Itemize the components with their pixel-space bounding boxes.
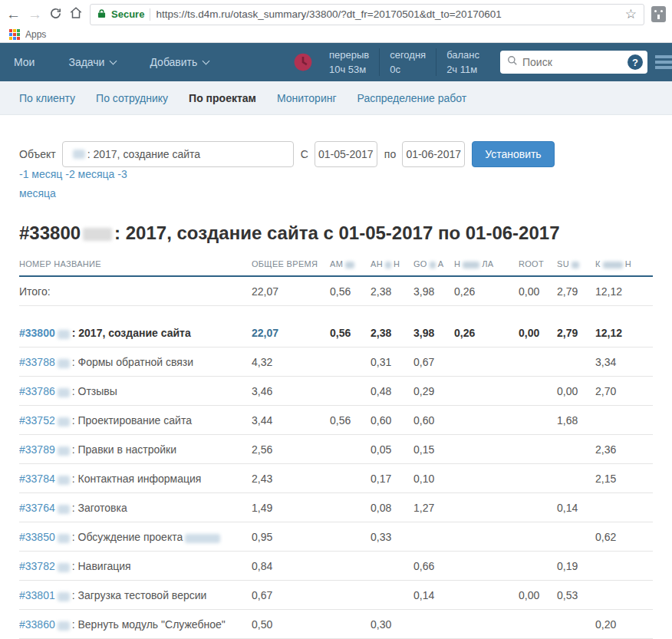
value-cell: 2,56: [252, 435, 330, 464]
value-cell: 0,14: [413, 581, 454, 610]
value-cell: 0,14: [557, 493, 595, 522]
column-header: НЛА: [454, 259, 519, 276]
censored-text: [385, 262, 391, 268]
quick-range-links-wrap[interactable]: месяца: [19, 187, 653, 199]
task-link[interactable]: #33764: [19, 502, 55, 514]
tab-monitoring[interactable]: Мониторинг: [277, 92, 337, 104]
value-cell: [454, 377, 519, 406]
value-cell: [519, 347, 557, 377]
task-link[interactable]: #33782: [19, 560, 55, 572]
break-clock-icon[interactable]: [293, 52, 313, 72]
value-cell: 3,34: [595, 347, 653, 377]
nav-item-zadachi[interactable]: Задачи: [54, 56, 136, 68]
total-row: Итого:22,070,562,383,980,260,002,7912,12: [19, 276, 653, 306]
value-cell: [330, 464, 371, 493]
search-box[interactable]: ?: [500, 51, 647, 74]
tab-po-proektam[interactable]: По проектам: [189, 92, 256, 104]
tab-po-sotrudniku[interactable]: По сотруднику: [96, 92, 168, 104]
extension-icon[interactable]: [651, 6, 666, 22]
value-cell: [454, 552, 519, 581]
task-title: : Загрузка тестовой версии: [72, 589, 207, 601]
tab-po-klientu[interactable]: По клиенту: [19, 92, 75, 104]
nav-item-label: Задачи: [68, 56, 104, 68]
page-title: #33800: 2017, создание сайта с 01-05-201…: [19, 222, 653, 244]
value-cell: 1,68: [557, 406, 595, 435]
bookmark-star-icon[interactable]: ☆: [625, 6, 637, 22]
tab-raspredelenie-rabot[interactable]: Распределение работ: [357, 92, 467, 104]
task-name-cell: #33752: Проектирование сайта: [19, 406, 252, 435]
task-title: : 2017, создание сайта: [72, 327, 191, 339]
censored-text: [58, 476, 70, 485]
stat-value: 0с: [390, 63, 426, 77]
censored-text: [58, 330, 70, 339]
object-input[interactable]: : 2017, создание сайта: [62, 141, 294, 167]
value-cell: 2,38: [371, 306, 413, 347]
task-link[interactable]: #33860: [19, 618, 55, 631]
task-link[interactable]: #33789: [19, 443, 55, 456]
value-cell: [330, 581, 371, 610]
task-name-cell: #33800: 2017, создание сайта: [19, 306, 252, 347]
task-link[interactable]: #33850: [19, 531, 55, 543]
value-cell: 2,79: [557, 306, 595, 347]
value-cell: [330, 377, 371, 406]
task-link[interactable]: #33786: [19, 385, 55, 397]
task-link[interactable]: #33800: [19, 327, 55, 339]
help-icon[interactable]: ?: [628, 54, 643, 70]
home-icon[interactable]: [69, 6, 83, 22]
task-row: #33801: Загрузка тестовой версии0,670,14…: [19, 581, 653, 610]
report-tabs: По клиенту По сотруднику По проектам Мон…: [0, 81, 672, 115]
task-name-cell: Итого:: [19, 276, 252, 306]
censored-text: [430, 262, 436, 268]
search-input[interactable]: [522, 56, 623, 68]
task-link[interactable]: #33801: [19, 589, 55, 601]
browser-chrome: ← → Secure https://ts.d4m.ru/otask_summa…: [0, 0, 672, 43]
task-link[interactable]: #33788: [19, 356, 55, 368]
apps-grid-icon[interactable]: [9, 29, 20, 40]
stat-value: 2ч 11м: [446, 63, 479, 77]
content: Объект: 2017, создание сайтаСпоУстановит…: [0, 141, 672, 639]
object-label: Объект: [19, 148, 56, 160]
apps-bookmark[interactable]: Apps: [25, 29, 46, 40]
value-cell: [330, 522, 371, 552]
task-link[interactable]: #33784: [19, 473, 55, 485]
task-row: #33752: Проектирование сайта3,440,560,60…: [19, 406, 653, 435]
task-row: #33788: Формы обратной связи4,320,310,67…: [19, 347, 653, 377]
forward-icon[interactable]: →: [28, 7, 42, 21]
value-cell: [454, 610, 519, 639]
value-cell: [371, 552, 413, 581]
value-cell: 0,84: [252, 552, 330, 581]
chevron-down-icon: [203, 57, 210, 64]
censored-text: [58, 592, 70, 601]
task-link[interactable]: #33752: [19, 414, 55, 427]
task-name-cell: #33860: Вернуть модуль "Служебное": [19, 610, 252, 639]
set-button[interactable]: Установить: [472, 141, 554, 167]
censored-text: [58, 621, 70, 631]
value-cell: 0,33: [371, 522, 413, 552]
stat-balance: баланс 2ч 11м: [436, 48, 489, 76]
secure-label: Secure: [111, 8, 144, 20]
value-cell: [519, 552, 557, 581]
value-cell: [454, 435, 519, 464]
quick-range-links[interactable]: -1 месяц -2 месяца -3: [19, 168, 127, 180]
value-cell: 2,70: [595, 377, 653, 406]
date-from-input[interactable]: [315, 141, 377, 167]
menu-icon[interactable]: [655, 53, 672, 71]
column-header: GOА: [413, 259, 454, 276]
back-icon[interactable]: ←: [6, 7, 21, 21]
lock-icon[interactable]: [97, 8, 106, 21]
censored-text: [185, 534, 220, 543]
nav-item-moi[interactable]: Мои: [0, 56, 54, 68]
censored-text: [603, 262, 623, 268]
address-bar[interactable]: Secure https://ts.d4m.ru/otask_summary/3…: [90, 4, 644, 25]
date-to-input[interactable]: [402, 141, 465, 167]
column-header: АМ: [330, 259, 371, 276]
reload-icon[interactable]: [49, 7, 62, 22]
task-title: : Проектирование сайта: [72, 414, 192, 427]
value-cell: 0,95: [252, 522, 330, 552]
nav-item-dobavit[interactable]: Добавить: [136, 56, 229, 68]
value-cell: 0,56: [330, 306, 371, 347]
value-cell: 0,29: [413, 377, 454, 406]
value-cell: [454, 406, 519, 435]
value-cell: 2,79: [557, 276, 595, 306]
value-cell: 2,15: [595, 464, 653, 493]
